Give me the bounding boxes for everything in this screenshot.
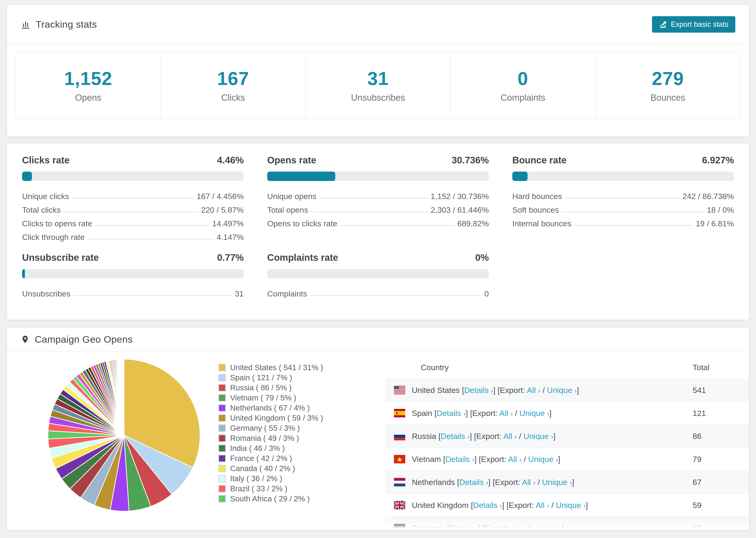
- legend-item: South Africa ( 29 / 2% ): [218, 494, 323, 504]
- details-link[interactable]: Details ›: [449, 524, 478, 530]
- progress-bar-fill: [267, 172, 335, 181]
- details-link[interactable]: Details ›: [473, 501, 502, 510]
- chevron-right-icon: ›: [500, 502, 502, 510]
- legend-swatch: [218, 404, 226, 412]
- country-cell: United Kingdom [Details ›] [Export: All …: [412, 501, 693, 510]
- legend-label: Brazil ( 33 / 2% ): [230, 484, 287, 493]
- rate-block: Complaints rate0%Complaints0: [267, 252, 489, 298]
- legend-label: United Kingdom ( 59 / 3% ): [230, 413, 323, 422]
- export-all-link[interactable]: All ›: [512, 524, 525, 530]
- export-unique-link[interactable]: Unique ›: [542, 478, 572, 487]
- export-all-link[interactable]: All ›: [527, 386, 540, 395]
- export-all-link[interactable]: All ›: [522, 478, 535, 487]
- export-all-link[interactable]: All ›: [508, 455, 521, 463]
- legend-item: Canada ( 40 / 2% ): [218, 463, 323, 473]
- export-unique-link[interactable]: Unique ›: [532, 524, 562, 530]
- rate-row-label: Soft bounces: [512, 206, 559, 214]
- table-row: United Kingdom [Details ›] [Export: All …: [385, 493, 749, 516]
- rate-row: Complaints0: [267, 285, 489, 298]
- chevron-right-icon: ›: [519, 456, 521, 463]
- country-name: Russia: [412, 432, 438, 441]
- total-cell: 79: [693, 455, 749, 464]
- rate-block: Clicks rate4.46%Unique clicks167 / 4.456…: [22, 155, 244, 242]
- column-header-total: Total: [693, 363, 749, 372]
- rate-rows: Hard bounces242 / 86.738%Soft bounces18 …: [512, 187, 734, 228]
- details-link[interactable]: Details ›: [459, 478, 488, 487]
- legend-swatch: [218, 364, 226, 371]
- export-basic-stats-button[interactable]: Export basic stats: [652, 16, 735, 32]
- chevron-right-icon: ›: [583, 502, 586, 510]
- rate-row-value: 242 / 86.738%: [682, 192, 734, 201]
- bar-chart-icon: [21, 20, 30, 29]
- export-all-link[interactable]: All ›: [503, 432, 517, 441]
- legend-label: Netherlands ( 67 / 4% ): [230, 404, 310, 412]
- chevron-right-icon: ›: [476, 525, 478, 530]
- rate-row-label: Complaints: [267, 290, 307, 298]
- details-link[interactable]: Details ›: [464, 386, 493, 395]
- rate-row: Total clicks220 / 5.87%: [22, 201, 244, 214]
- progress-bar-fill: [512, 172, 527, 181]
- gb-flag-icon: [394, 501, 405, 510]
- vn-flag-icon: [394, 455, 405, 463]
- details-link[interactable]: Details ›: [445, 455, 474, 463]
- legend-item: United States ( 541 / 31% ): [218, 362, 323, 372]
- legend-label: Spain ( 121 / 7% ): [230, 373, 292, 382]
- stat-label: Opens: [75, 93, 101, 103]
- rate-row-value: 0: [484, 290, 489, 298]
- legend-swatch: [218, 455, 226, 462]
- details-link[interactable]: Details ›: [441, 432, 469, 441]
- export-unique-link[interactable]: Unique ›: [556, 501, 585, 510]
- legend-label: France ( 42 / 2% ): [230, 454, 292, 463]
- rate-row: Unsubscribes31: [22, 285, 244, 298]
- legend-swatch: [218, 435, 226, 442]
- total-cell: 59: [693, 501, 749, 510]
- nl-flag-icon: [394, 478, 405, 486]
- legend-item: United Kingdom ( 59 / 3% ): [218, 413, 323, 423]
- progress-bar: [267, 269, 489, 278]
- legend-item: Vietnam ( 79 / 5% ): [218, 393, 323, 403]
- stat-value: 167: [217, 68, 249, 89]
- legend-item: Netherlands ( 67 / 4% ): [218, 403, 323, 413]
- rate-row: Unique opens1,152 / 30.736%: [267, 187, 489, 201]
- rate-row-label: Hard bounces: [512, 192, 562, 201]
- es-flag-icon: [394, 409, 405, 417]
- export-all-link[interactable]: All ›: [536, 501, 549, 510]
- dotted-leader: [311, 211, 428, 212]
- de-flag-icon: [394, 524, 405, 530]
- export-unique-link[interactable]: Unique ›: [547, 386, 577, 395]
- details-link[interactable]: Details ›: [437, 409, 465, 418]
- export-unique-link[interactable]: Unique ›: [519, 409, 549, 418]
- export-unique-link[interactable]: Unique ›: [523, 432, 553, 441]
- legend-item: Russia ( 86 / 5% ): [218, 383, 323, 393]
- rate-row-label: Click through rate: [22, 233, 84, 242]
- table-row: Russia [Details ›] [Export: All › / Uniq…: [385, 424, 749, 447]
- table-row: Spain [Details ›] [Export: All › / Uniqu…: [385, 402, 749, 424]
- rate-block: Opens rate30.736%Unique opens1,152 / 30.…: [267, 155, 489, 242]
- legend-item: India ( 46 / 3% ): [218, 443, 323, 453]
- rate-block: Unsubscribe rate0.77%Unsubscribes31: [22, 252, 244, 298]
- dotted-leader: [566, 198, 680, 198]
- rate-rows: Unique opens1,152 / 30.736%Total opens2,…: [267, 187, 489, 228]
- map-pin-icon: [21, 335, 29, 344]
- rate-title: Unsubscribe rate: [22, 252, 99, 263]
- rates-card: Clicks rate4.46%Unique clicks167 / 4.456…: [7, 144, 749, 320]
- rate-rows: Unsubscribes31: [22, 285, 244, 298]
- dotted-leader: [574, 225, 693, 226]
- export-unique-link[interactable]: Unique ›: [528, 455, 558, 463]
- total-cell: 67: [693, 478, 749, 487]
- country-name: Spain: [412, 409, 434, 418]
- export-prefix: Export:: [500, 386, 527, 395]
- stat-value: 0: [517, 68, 528, 89]
- column-header-country: Country: [385, 363, 693, 372]
- country-name: Germany: [412, 524, 447, 530]
- country-name: United Kingdom: [412, 501, 471, 510]
- chevron-right-icon: ›: [511, 409, 513, 417]
- legend-item: Romania ( 49 / 3% ): [218, 433, 323, 443]
- export-all-link[interactable]: All ›: [499, 409, 513, 418]
- rate-value: 4.46%: [217, 155, 244, 166]
- legend-swatch: [218, 424, 226, 432]
- country-cell: Netherlands [Details ›] [Export: All › /…: [412, 478, 693, 487]
- legend-swatch: [218, 475, 226, 482]
- stat-box: 279Bounces: [596, 52, 740, 118]
- export-button-label: Export basic stats: [671, 20, 728, 28]
